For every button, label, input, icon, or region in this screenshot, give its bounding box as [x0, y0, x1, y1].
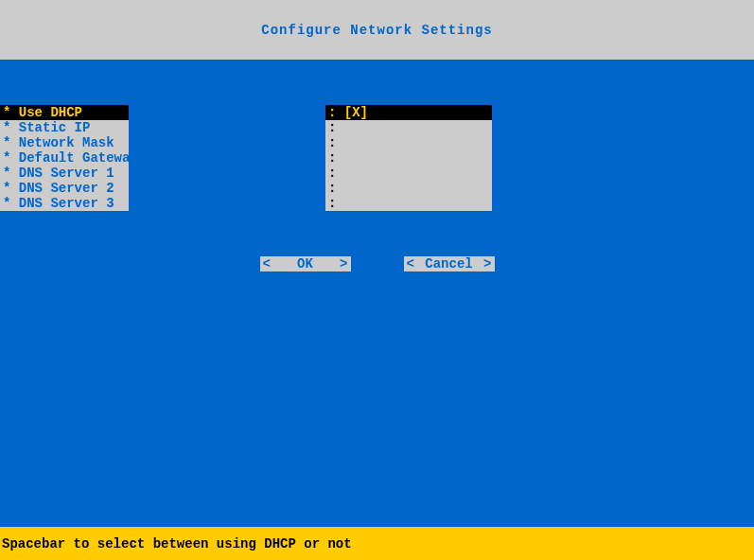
ok-label: OK [297, 256, 313, 271]
page-title: Configure Network Settings [261, 23, 492, 38]
value-dns-server-2[interactable]: : [325, 181, 492, 196]
value-default-gateway[interactable]: : [325, 150, 492, 166]
buttons-row: < OK > < Cancel > [0, 256, 754, 271]
cancel-label: Cancel [425, 256, 472, 271]
value-dns-server-3[interactable]: : [325, 196, 492, 211]
footer: Spacebar to select between using DHCP or… [0, 527, 754, 560]
menu-item-network-mask[interactable]: * Network Mask [0, 135, 129, 150]
value-dns-server-1[interactable]: : [325, 166, 492, 181]
footer-hint: Spacebar to select between using DHCP or… [2, 536, 352, 551]
cancel-bracket-left-icon: < [407, 256, 414, 271]
ok-bracket-right-icon: > [340, 256, 347, 271]
menu-item-use-dhcp[interactable]: * Use DHCP [0, 105, 129, 120]
menu-item-dns-server-2[interactable]: * DNS Server 2 [0, 181, 129, 196]
cancel-button[interactable]: < Cancel > [404, 256, 495, 271]
menu-item-dns-server-1[interactable]: * DNS Server 1 [0, 166, 129, 181]
values-panel: : [X] : : : : : : [325, 105, 492, 211]
cancel-bracket-right-icon: > [483, 256, 491, 271]
menu-panel: * Use DHCP * Static IP * Network Mask * … [0, 105, 129, 211]
ok-button[interactable]: < OK > [260, 256, 351, 271]
menu-item-dns-server-3[interactable]: * DNS Server 3 [0, 196, 129, 211]
header: Configure Network Settings [0, 0, 754, 60]
value-use-dhcp[interactable]: : [X] [325, 105, 492, 120]
menu-item-default-gateway[interactable]: * Default Gateway [0, 150, 129, 166]
value-static-ip[interactable]: : [325, 120, 492, 135]
menu-item-static-ip[interactable]: * Static IP [0, 120, 129, 135]
value-network-mask[interactable]: : [325, 135, 492, 150]
main-area: * Use DHCP * Static IP * Network Mask * … [0, 60, 754, 527]
ok-bracket-left-icon: < [263, 256, 271, 271]
